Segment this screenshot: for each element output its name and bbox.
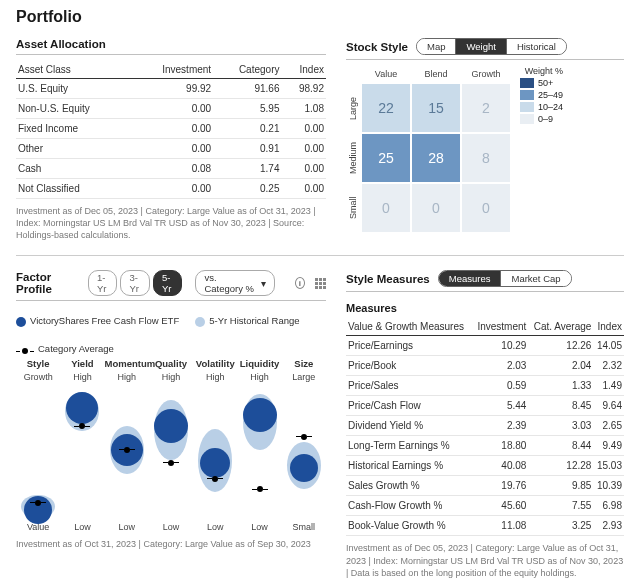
factor-legend: VictoryShares Free Cash Flow ETF 5-Yr Hi… [16, 315, 326, 354]
col-investment: Investment [132, 61, 213, 79]
factor-momentum: HighLowMomentum [105, 372, 149, 532]
page-title: Portfolio [16, 8, 624, 26]
table-row: Cash0.081.740.00 [16, 159, 326, 179]
sb-cell: 28 [412, 134, 460, 182]
table-row: Price/Sales0.591.331.49 [346, 376, 624, 396]
asset-allocation-heading: Asset Allocation [16, 38, 326, 55]
mcol0: Value & Growth Measures [346, 318, 473, 336]
stylebox-legend: Weight % 50+25–4910–240–9 [520, 66, 563, 232]
table-row: Not Classified0.000.250.00 [16, 179, 326, 199]
table-row: Historical Earnings %40.0812.2815.03 [346, 456, 624, 476]
style-measures-tabs: MeasuresMarket Cap [438, 270, 572, 287]
sb-cell: 15 [412, 84, 460, 132]
table-row: Long-Term Earnings %18.808.449.49 [346, 436, 624, 456]
sb-cell: 8 [462, 134, 510, 182]
table-row: Price/Book2.032.042.32 [346, 356, 624, 376]
factor-style: GrowthValueStyle [16, 372, 60, 532]
style-measures-heading: Style Measures MeasuresMarket Cap [346, 270, 624, 292]
stock-style-tabs: MapWeightHistorical [416, 38, 567, 55]
sb-row-large: Large [346, 84, 360, 132]
sb-col-value: Value [362, 66, 410, 82]
sb-cell: 0 [412, 184, 460, 232]
tab-map[interactable]: Map [417, 39, 455, 54]
tab-historical[interactable]: Historical [506, 39, 566, 54]
sb-cell: 22 [362, 84, 410, 132]
year-tabs: 1-Yr3-Yr5-Yr [88, 270, 186, 296]
year-tab-3-Yr[interactable]: 3-Yr [120, 270, 150, 296]
stylebox-grid: ValueBlendGrowthLarge22152Medium25288Sma… [346, 66, 510, 232]
vs-category-select[interactable]: vs. Category % ▾ [195, 270, 274, 296]
year-tab-5-Yr[interactable]: 5-Yr [153, 270, 183, 296]
tab-market-cap[interactable]: Market Cap [500, 271, 570, 286]
asset-allocation-table: Asset Class Investment Category Index U.… [16, 61, 326, 199]
mcol1: Investment [473, 318, 529, 336]
mcol3: Index [593, 318, 624, 336]
sb-row-medium: Medium [346, 134, 360, 182]
factor-profile-chart: GrowthValueStyleHighLowYieldHighLowMomen… [16, 372, 326, 532]
table-row: Sales Growth %19.769.8510.39 [346, 476, 624, 496]
measures-table: Value & Growth Measures Investment Cat. … [346, 318, 624, 536]
legend-title: Weight % [520, 66, 563, 76]
sb-col-blend: Blend [412, 66, 460, 82]
table-row: Non-U.S. Equity0.005.951.08 [16, 99, 326, 119]
tab-measures[interactable]: Measures [439, 271, 501, 286]
sb-cell: 0 [362, 184, 410, 232]
table-row: U.S. Equity99.9291.6698.92 [16, 79, 326, 99]
sb-col-growth: Growth [462, 66, 510, 82]
table-row: Price/Cash Flow5.448.459.64 [346, 396, 624, 416]
sb-cell: 0 [462, 184, 510, 232]
table-row: Other0.000.910.00 [16, 139, 326, 159]
sb-cell: 25 [362, 134, 410, 182]
factor-quality: HighLowQuality [149, 372, 193, 532]
legend-cat: Category Average [38, 343, 114, 354]
col-index: Index [281, 61, 326, 79]
factor-volatility: HighLowVolatility [193, 372, 237, 532]
stock-style-heading: Stock Style MapWeightHistorical [346, 38, 624, 60]
tab-weight[interactable]: Weight [455, 39, 505, 54]
factor-liquidity: HighLowLiquidity [237, 372, 281, 532]
factor-yield: HighLowYield [60, 372, 104, 532]
factor-footnote: Investment as of Oct 31, 2023 | Category… [16, 538, 326, 550]
table-row: Book-Value Growth %11.083.252.93 [346, 516, 624, 536]
measures-subhead: Measures [346, 302, 624, 314]
measures-footnote: Investment as of Dec 05, 2023 | Category… [346, 542, 624, 578]
info-icon[interactable]: i [295, 277, 305, 289]
allocation-footnote: Investment as of Dec 05, 2023 | Category… [16, 205, 326, 241]
table-row: Fixed Income0.000.210.00 [16, 119, 326, 139]
vs-label: vs. Category % [204, 272, 256, 294]
sb-cell: 2 [462, 84, 510, 132]
factor-label: Factor Profile [16, 271, 78, 295]
sb-row-small: Small [346, 184, 360, 232]
col-category: Category [213, 61, 281, 79]
stock-style-label: Stock Style [346, 41, 408, 53]
legend-range: 5-Yr Historical Range [209, 315, 299, 326]
table-row: Dividend Yield %2.393.032.65 [346, 416, 624, 436]
table-row: Cash-Flow Growth %45.607.556.98 [346, 496, 624, 516]
year-tab-1-Yr[interactable]: 1-Yr [88, 270, 118, 296]
mcol2: Cat. Average [528, 318, 593, 336]
chevron-down-icon: ▾ [261, 278, 266, 289]
measures-label: Style Measures [346, 273, 430, 285]
col-asset-class: Asset Class [16, 61, 132, 79]
factor-size: LargeSmallSize [282, 372, 326, 532]
legend-fund: VictoryShares Free Cash Flow ETF [30, 315, 179, 326]
table-row: Price/Earnings10.2912.2614.05 [346, 336, 624, 356]
factor-profile-heading: Factor Profile 1-Yr3-Yr5-Yr vs. Category… [16, 270, 326, 301]
grid-view-icon[interactable] [315, 278, 326, 289]
